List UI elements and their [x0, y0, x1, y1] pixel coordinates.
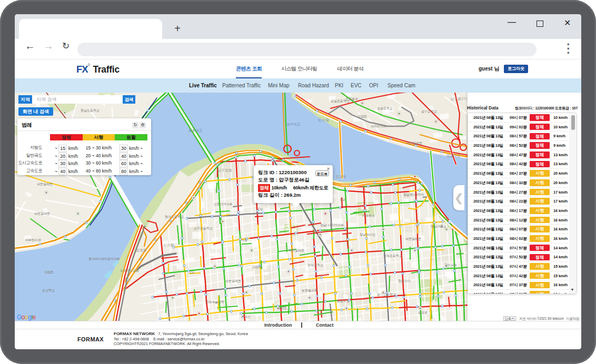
svg-text:신현대아파트: 신현대아파트 [214, 203, 233, 206]
svg-text:GS25: GS25 [45, 270, 54, 274]
svg-text:CU: CU [340, 198, 345, 201]
svg-text:구아파트: 구아파트 [444, 264, 457, 267]
svg-text:청담현대3차아: 청담현대3차아 [403, 193, 424, 197]
svg-text:동호대교: 동호대교 [188, 128, 203, 132]
svg-text:청담대2차아파트: 청담대2차아파트 [320, 224, 344, 227]
svg-text:청담자이: 청담자이 [398, 279, 411, 283]
svg-text:청담파출소: 청담파출소 [431, 225, 446, 228]
svg-text:청담래미안: 청담래미안 [360, 233, 375, 237]
svg-text:세븐일레븐: 세븐일레븐 [289, 249, 304, 252]
svg-text:세븐일레븐: 세븐일레븐 [37, 183, 53, 186]
svg-text:국제예술대학: 국제예술대학 [205, 300, 224, 304]
svg-text:세븐일레븐: 세븐일레븐 [405, 237, 421, 240]
svg-text:세브란스관: 세브란스관 [25, 238, 41, 241]
svg-text:경기고등학교: 경기고등학교 [377, 293, 396, 297]
svg-text:세븐일레븐: 세븐일레븐 [225, 279, 241, 282]
svg-text:오일뱅크: 오일뱅크 [345, 97, 358, 100]
svg-text:성수대교: 성수대교 [286, 122, 301, 126]
svg-text:성수동2가: 성수동2가 [450, 97, 467, 101]
svg-text:GS25: GS25 [358, 115, 367, 118]
svg-text:언북초등학교: 언북초등학교 [383, 254, 402, 257]
svg-text:강남구청: 강남구청 [337, 299, 350, 303]
svg-text:현대하이페리온아파트: 현대하이페리온아파트 [88, 257, 120, 260]
svg-text:옥수동: 옥수동 [317, 118, 330, 123]
svg-text:언북중학교: 언북중학교 [307, 264, 323, 267]
svg-text:논현벨스톤: 논현벨스톤 [302, 289, 317, 292]
svg-text:파리바게뜨: 파리바게뜨 [371, 125, 386, 128]
svg-text:현대고등학교: 현대고등학교 [165, 215, 184, 218]
svg-text:성원중학교: 성원중학교 [377, 107, 393, 110]
svg-text:삼성로: 삼성로 [418, 311, 428, 315]
svg-text:신사동: 신사동 [163, 243, 174, 247]
svg-text:한남초등학교: 한남초등학교 [81, 109, 100, 112]
svg-text:카페베네: 카페베네 [362, 214, 375, 217]
svg-text:세븐일레븐: 세븐일레븐 [34, 212, 50, 215]
svg-text:압구정동: 압구정동 [217, 168, 232, 173]
svg-text:롯데시: 롯데시 [241, 315, 251, 318]
svg-text:오산학교: 오산학교 [42, 289, 55, 292]
svg-text:CU: CU [258, 207, 263, 211]
svg-text:신구초등학교: 신구초등학교 [194, 227, 213, 230]
svg-text:CU: CU [190, 270, 195, 274]
svg-text:세븐일레븐: 세븐일레븐 [406, 141, 422, 145]
svg-text:영동대교: 영동대교 [446, 154, 461, 158]
svg-text:사동: 사동 [241, 238, 247, 241]
svg-text:청담동: 청담동 [335, 175, 346, 179]
svg-text:잠원한강공원: 잠원한강공원 [120, 269, 139, 272]
svg-text:잠원동: 잠원동 [136, 248, 147, 252]
svg-text:경수중학교: 경수중학교 [421, 110, 437, 114]
svg-text:GS25: GS25 [278, 306, 287, 310]
svg-text:GS25: GS25 [253, 265, 262, 269]
